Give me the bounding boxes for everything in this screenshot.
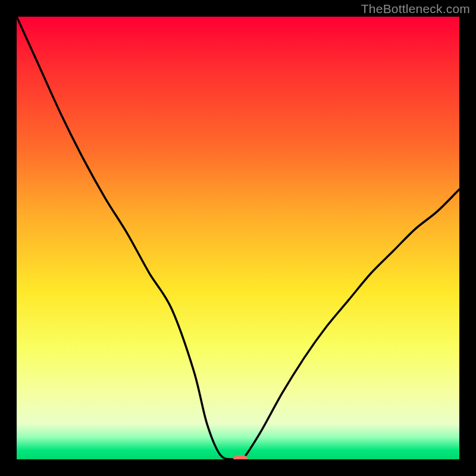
bottleneck-curve [17,17,459,459]
watermark-text: TheBottleneck.com [361,2,470,16]
chart-frame: TheBottleneck.com [0,0,476,476]
plot-area [17,17,459,459]
optimal-point-marker [233,455,248,459]
